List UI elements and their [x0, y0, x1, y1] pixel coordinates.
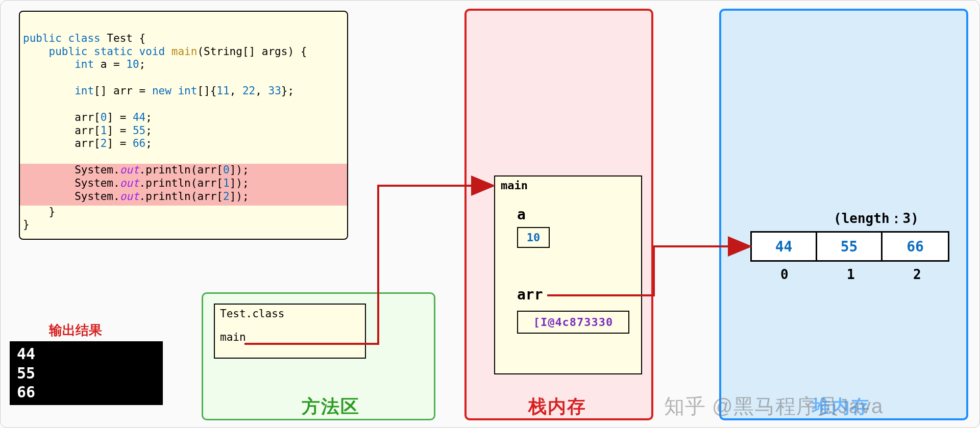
heap-cell-2: 66: [883, 233, 948, 260]
var-a-name: a: [517, 206, 526, 223]
var-arr-value: [I@4c873330: [517, 311, 629, 334]
heap-idx-1: 1: [847, 267, 855, 282]
var-a-value: 10: [517, 227, 550, 248]
console-box: 44 55 66: [10, 341, 163, 405]
stack-frame: [494, 175, 642, 374]
heap-idx-2: 2: [913, 267, 921, 282]
output-label: 输出结果: [49, 321, 102, 339]
heap-cell-1: 55: [817, 233, 883, 260]
console-line-1: 55: [17, 364, 156, 383]
method-area-classfile-box: Test.class main: [214, 304, 366, 359]
stack-frame-name: main: [501, 179, 528, 192]
code-box: public class Test { public static void m…: [19, 11, 348, 240]
console-line-2: 66: [17, 383, 156, 402]
stack-area-label: 栈内存: [528, 394, 586, 419]
heap-cell-0: 44: [752, 233, 817, 260]
heap-array-box: 44 55 66: [750, 231, 949, 262]
method-name-entry: main: [220, 331, 360, 343]
heap-length-label: (length：3): [834, 210, 919, 228]
method-area-label: 方法区: [302, 394, 360, 419]
classfile-name: Test.class: [220, 308, 360, 320]
heap-idx-0: 0: [780, 267, 789, 282]
watermark-text: 知乎 @黑马程序员Java: [664, 392, 883, 420]
console-line-0: 44: [17, 344, 156, 364]
var-arr-name: arr: [517, 286, 543, 303]
